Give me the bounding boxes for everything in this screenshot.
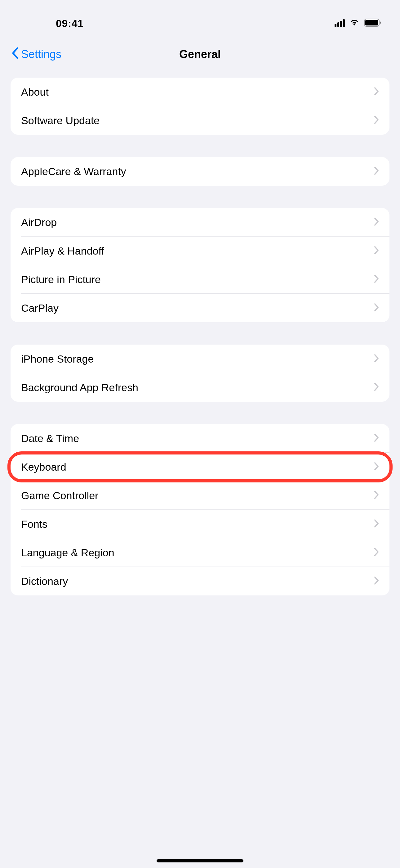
- navigation-bar: Settings General: [0, 37, 400, 71]
- row-date-time[interactable]: Date & Time: [10, 424, 390, 453]
- settings-content: AboutSoftware UpdateAppleCare & Warranty…: [0, 71, 400, 595]
- row-label: Background App Refresh: [21, 381, 138, 394]
- chevron-right-icon: [374, 491, 379, 500]
- back-label: Settings: [21, 48, 61, 61]
- settings-group: AirDropAirPlay & HandoffPicture in Pictu…: [10, 208, 390, 322]
- chevron-right-icon: [374, 217, 379, 227]
- row-iphone-storage[interactable]: iPhone Storage: [10, 345, 390, 373]
- row-label: Picture in Picture: [21, 274, 101, 286]
- chevron-right-icon: [374, 116, 379, 125]
- chevron-right-icon: [374, 548, 379, 558]
- row-keyboard[interactable]: Keyboard: [10, 453, 390, 481]
- row-label: iPhone Storage: [21, 353, 94, 365]
- row-label: Software Update: [21, 115, 100, 127]
- row-label: About: [21, 86, 49, 98]
- chevron-right-icon: [374, 166, 379, 176]
- row-label: Dictionary: [21, 575, 68, 587]
- chevron-right-icon: [374, 576, 379, 586]
- chevron-right-icon: [374, 87, 379, 97]
- chevron-right-icon: [374, 519, 379, 529]
- row-dictionary[interactable]: Dictionary: [10, 567, 390, 595]
- row-label: AirPlay & Handoff: [21, 245, 104, 257]
- row-fonts[interactable]: Fonts: [10, 510, 390, 538]
- chevron-right-icon: [374, 433, 379, 443]
- chevron-left-icon: [11, 47, 19, 62]
- row-label: AppleCare & Warranty: [21, 165, 126, 178]
- chevron-right-icon: [374, 274, 379, 284]
- row-game-controller[interactable]: Game Controller: [10, 481, 390, 510]
- status-icons: [335, 19, 381, 28]
- wifi-icon: [349, 19, 360, 28]
- row-label: Keyboard: [21, 461, 66, 473]
- status-bar: 09:41: [0, 0, 400, 37]
- battery-icon: [364, 19, 381, 28]
- row-label: AirDrop: [21, 216, 57, 228]
- chevron-right-icon: [374, 303, 379, 313]
- settings-group: AppleCare & Warranty: [10, 157, 390, 186]
- settings-group: iPhone StorageBackground App Refresh: [10, 345, 390, 402]
- home-indicator[interactable]: [157, 859, 243, 862]
- chevron-right-icon: [374, 382, 379, 393]
- page-title: General: [179, 48, 221, 61]
- row-carplay[interactable]: CarPlay: [10, 294, 390, 322]
- row-picture-in-picture[interactable]: Picture in Picture: [10, 265, 390, 294]
- chevron-right-icon: [374, 246, 379, 256]
- row-software-update[interactable]: Software Update: [10, 106, 390, 135]
- svg-rect-1: [365, 20, 378, 26]
- row-label: Date & Time: [21, 432, 79, 444]
- back-button[interactable]: Settings: [11, 47, 61, 62]
- row-label: CarPlay: [21, 302, 59, 314]
- row-label: Fonts: [21, 518, 47, 530]
- chevron-right-icon: [374, 354, 379, 364]
- row-airplay-handoff[interactable]: AirPlay & Handoff: [10, 237, 390, 265]
- settings-group: AboutSoftware Update: [10, 78, 390, 135]
- status-time: 09:41: [19, 18, 84, 30]
- row-background-app-refresh[interactable]: Background App Refresh: [10, 373, 390, 402]
- row-about[interactable]: About: [10, 78, 390, 106]
- row-label: Game Controller: [21, 490, 98, 502]
- row-airdrop[interactable]: AirDrop: [10, 208, 390, 237]
- chevron-right-icon: [374, 462, 379, 472]
- row-applecare-warranty[interactable]: AppleCare & Warranty: [10, 157, 390, 186]
- cellular-icon: [335, 20, 345, 27]
- settings-group: Date & TimeKeyboardGame ControllerFontsL…: [10, 424, 390, 595]
- row-language-region[interactable]: Language & Region: [10, 538, 390, 567]
- row-label: Language & Region: [21, 547, 114, 559]
